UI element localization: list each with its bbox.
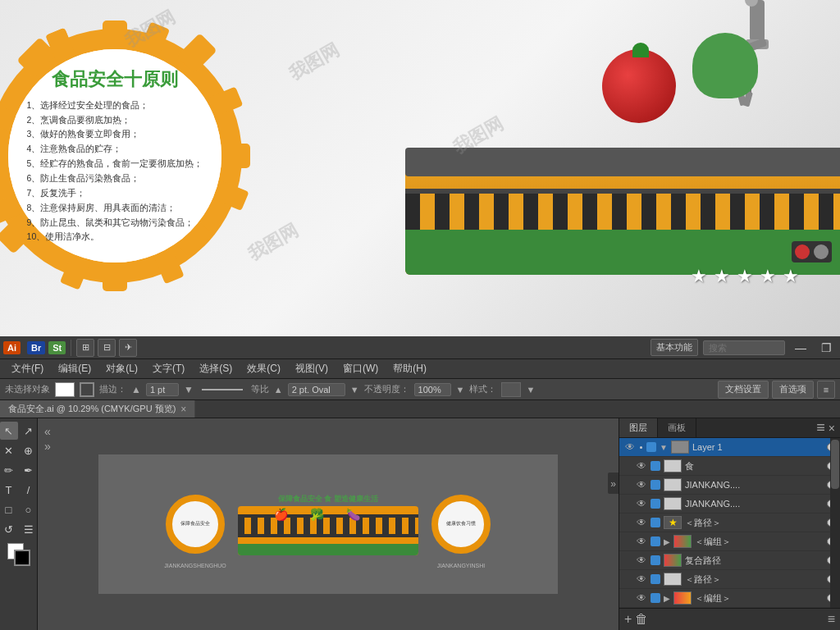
- rotate-tool[interactable]: ↺: [0, 520, 18, 538]
- mini-belt: 🍎 🥦 🍆: [238, 506, 418, 555]
- arrange-btn[interactable]: ⊟: [98, 339, 116, 357]
- thumb-compound: [664, 554, 682, 567]
- star-2: ★: [714, 266, 730, 287]
- workspace-dropdown[interactable]: 基本功能: [651, 339, 698, 356]
- style-arrow: ▼: [526, 385, 535, 395]
- vis-dot-1: [640, 446, 642, 449]
- layer-name-path1: ＜路径＞: [685, 517, 824, 529]
- eye-icon-jk1[interactable]: 👁: [636, 479, 647, 491]
- pen-tool[interactable]: ✏: [0, 461, 18, 479]
- search-input[interactable]: [703, 340, 785, 355]
- menu-view[interactable]: 视图(V): [289, 360, 335, 377]
- arrow-group1[interactable]: ▶: [664, 537, 670, 546]
- layer-row-group1[interactable]: 👁 ▶ ＜编组＞: [619, 532, 840, 551]
- prefs-button[interactable]: 首选项: [772, 381, 814, 399]
- stroke-color-box[interactable]: [80, 382, 94, 397]
- belt-container: [405, 148, 840, 312]
- stroke-arrow-up[interactable]: ▲: [131, 384, 141, 395]
- expand-left-btn[interactable]: »: [44, 440, 51, 453]
- ai-application: Ai Br St ⊞ ⊟ ✈ 基本功能 — ❐ 文件(F) 编辑(E) 对象(L…: [0, 336, 840, 630]
- menu-file[interactable]: 文件(F): [5, 360, 50, 377]
- document-tab[interactable]: 食品安全.ai @ 10.29% (CMYK/GPU 预览) ×: [0, 400, 195, 418]
- layer-row-compound[interactable]: 👁 复合路径: [619, 551, 840, 570]
- scale-tool[interactable]: ☰: [20, 520, 38, 538]
- rect-tool[interactable]: □: [0, 500, 18, 518]
- extra-btn[interactable]: ≡: [817, 381, 835, 399]
- lasso-tool[interactable]: ⊕: [20, 441, 38, 459]
- arrow-1[interactable]: ▼: [660, 443, 668, 452]
- magic-tools: ✕ ⊕: [0, 441, 38, 459]
- layers-scrollbar[interactable]: [830, 438, 840, 608]
- menu-window[interactable]: 窗口(W): [336, 360, 385, 377]
- options-btn[interactable]: ≡: [828, 612, 835, 627]
- collapse-icon: »: [610, 478, 616, 490]
- select-tool[interactable]: ↖: [0, 422, 18, 440]
- opacity-label: 不透明度：: [364, 383, 409, 395]
- layers-panel-footer: + 🗑 ≡: [619, 608, 840, 630]
- layer-row-layer1[interactable]: 👁 ▼ Layer 1: [619, 438, 840, 457]
- share-btn[interactable]: ✈: [119, 339, 137, 357]
- magic-wand-tool[interactable]: ✕: [0, 441, 18, 459]
- arrow-group2[interactable]: ▶: [664, 594, 670, 603]
- layer-name-shi: 食: [685, 460, 824, 472]
- star-4: ★: [760, 266, 776, 287]
- layer-row-group2[interactable]: 👁 ▶ ＜编组＞: [619, 589, 840, 608]
- eye-icon-path2[interactable]: 👁: [636, 573, 647, 585]
- style-box[interactable]: [501, 382, 521, 397]
- type-tool[interactable]: T: [0, 481, 18, 499]
- stroke-width-input[interactable]: [146, 383, 179, 396]
- stroke-label: 描边：: [99, 383, 126, 395]
- eye-icon-group1[interactable]: 👁: [636, 536, 647, 547]
- panel-icons: ≡ ×: [811, 418, 840, 437]
- doc-setup-button[interactable]: 文档设置: [718, 381, 769, 399]
- food-safety-title: 食品安全十原则: [52, 67, 178, 92]
- scroll-thumb[interactable]: [831, 440, 839, 489]
- menu-type[interactable]: 文字(T): [146, 360, 191, 377]
- layer-row-path1[interactable]: 👁 ★ ＜路径＞: [619, 514, 840, 532]
- layer-color-path1: [651, 518, 660, 527]
- layers-tab[interactable]: 图层: [619, 418, 658, 437]
- belt-top: [405, 148, 840, 176]
- tab-close-button[interactable]: ×: [180, 404, 186, 415]
- menu-effect[interactable]: 效果(C): [240, 360, 287, 377]
- minimize-button[interactable]: —: [790, 341, 811, 354]
- light-green: [814, 244, 829, 259]
- direct-select-tool[interactable]: ↗: [20, 422, 38, 440]
- eye-icon-shi[interactable]: 👁: [636, 460, 647, 472]
- panel-close-icon[interactable]: ×: [829, 422, 835, 435]
- panel-collapse-btn[interactable]: »: [608, 472, 619, 494]
- tomato-stem: [632, 43, 649, 57]
- eye-icon-compound[interactable]: 👁: [636, 555, 647, 566]
- layer-row-jk1[interactable]: 👁 JIANKANG....: [619, 476, 840, 495]
- fill-stroke-box[interactable]: [7, 543, 30, 566]
- line-tool[interactable]: /: [20, 481, 38, 499]
- stroke-arrow-down[interactable]: ▼: [184, 384, 194, 395]
- layer-row-jk2[interactable]: 👁 JIANKANG....: [619, 495, 840, 514]
- new-layer-btn[interactable]: +: [624, 612, 632, 627]
- mini-gear-left: 保障食品安全 JIANKANGSHENGHUO: [166, 495, 225, 554]
- eye-icon-jk2[interactable]: 👁: [636, 498, 647, 509]
- menu-object[interactable]: 对象(L): [99, 360, 144, 377]
- dash-input[interactable]: [288, 383, 345, 396]
- menu-help[interactable]: 帮助(H): [386, 360, 433, 377]
- panel-menu-icon[interactable]: ≡: [816, 419, 825, 436]
- menu-edit[interactable]: 编辑(E): [52, 360, 98, 377]
- collapse-left-btn[interactable]: «: [44, 425, 51, 438]
- eye-icon-layer1[interactable]: 👁: [624, 441, 636, 453]
- delete-layer-btn[interactable]: 🗑: [635, 612, 648, 627]
- eye-icon-path1[interactable]: 👁: [636, 517, 647, 528]
- eye-icon-group2[interactable]: 👁: [636, 592, 647, 604]
- restore-button[interactable]: ❐: [816, 341, 837, 354]
- conveyor-area: ★ ★ ★ ★ ★: [299, 0, 840, 336]
- thumb-shi: [664, 459, 682, 472]
- menu-select[interactable]: 选择(S): [193, 360, 239, 377]
- layer-row-shi[interactable]: 👁 食: [619, 457, 840, 476]
- layer-row-path2[interactable]: 👁 ＜路径＞: [619, 570, 840, 589]
- fill-color-box[interactable]: [55, 382, 75, 397]
- view-toggle-btn[interactable]: ⊞: [76, 339, 94, 357]
- ellipse-tool[interactable]: ○: [20, 500, 38, 518]
- opacity-input[interactable]: [414, 383, 451, 396]
- canvas-area[interactable]: « » 保障食品安全 JIANKANGSHENGHUO 保障食品安全 食 塑: [38, 418, 619, 630]
- artboards-tab[interactable]: 画板: [658, 418, 696, 437]
- add-anchor-tool[interactable]: ✒: [20, 461, 38, 479]
